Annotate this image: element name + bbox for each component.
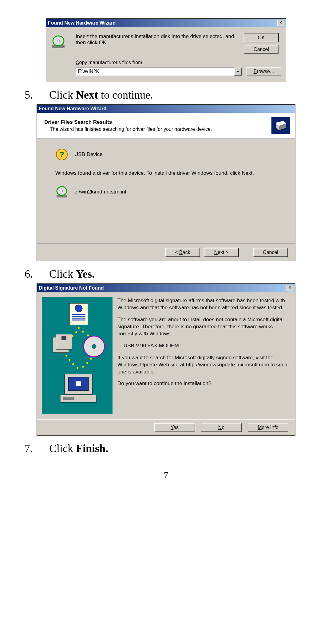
header-subtitle: The wizard has finished searching for dr… <box>50 127 271 132</box>
more-info-button[interactable]: More Info <box>248 423 288 432</box>
cancel-button[interactable]: Cancel <box>253 248 288 257</box>
path-input[interactable]: E:\WIN2K <box>76 68 234 76</box>
dialog-title: Found New Hardware Wizard <box>48 20 116 26</box>
dialog-insert-disk: Found New Hardware Wizard × Insert the m… <box>46 18 286 82</box>
sig-paragraph-4: Do you want to continue the installation… <box>117 380 290 387</box>
dialog-title: Found New Hardware Wizard <box>39 106 106 111</box>
titlebar: Found New Hardware Wizard <box>37 105 295 113</box>
svg-rect-43 <box>63 397 74 400</box>
svg-point-20 <box>75 331 77 333</box>
header-title: Driver Files Search Results <box>44 119 271 125</box>
svg-point-23 <box>82 331 84 333</box>
svg-point-36 <box>90 358 92 360</box>
chevron-down-icon[interactable]: ▼ <box>234 68 242 76</box>
close-icon[interactable]: × <box>277 20 284 26</box>
titlebar: Digital Signature Not Found × <box>37 284 295 292</box>
wizard-header-icon <box>271 117 290 134</box>
browse-button[interactable]: Browse... <box>247 67 281 76</box>
svg-point-34 <box>72 363 74 365</box>
svg-point-37 <box>86 362 88 364</box>
svg-point-35 <box>77 367 78 369</box>
usb-device-label: USB Device <box>74 151 103 158</box>
svg-point-24 <box>87 334 89 336</box>
titlebar: Found New Hardware Wizard × <box>46 19 286 27</box>
sig-paragraph-2: The software you are about to install do… <box>117 316 290 338</box>
svg-point-32 <box>65 355 67 357</box>
no-button[interactable]: No <box>201 423 242 432</box>
dialog-search-results: Found New Hardware Wizard Driver Files S… <box>37 104 295 261</box>
svg-point-38 <box>82 366 84 368</box>
svg-text:?: ? <box>59 150 64 159</box>
sig-paragraph-1: The Microsoft digital signature affirms … <box>117 297 290 311</box>
copy-from-label: Copy manufacturer's files from: <box>76 60 281 65</box>
path-dropdown[interactable]: E:\WIN2K ▼ <box>76 68 242 76</box>
yes-button[interactable]: Yes <box>154 423 195 432</box>
page-number: - 7 - <box>25 470 307 480</box>
svg-point-19 <box>78 327 80 329</box>
step-6-text: 6. Click Yes. <box>25 267 307 280</box>
svg-rect-41 <box>76 381 81 386</box>
svg-point-3 <box>57 40 60 42</box>
svg-point-12 <box>61 190 63 192</box>
inf-path-label: e:\win2k\mdmntstm.inf <box>74 189 126 195</box>
back-button[interactable]: < Back <box>165 248 200 257</box>
cancel-button[interactable]: Cancel <box>244 45 279 54</box>
ok-button[interactable]: OK <box>244 33 279 42</box>
svg-rect-28 <box>61 336 66 340</box>
dialog-title: Digital Signature Not Found <box>39 285 104 291</box>
svg-point-31 <box>92 344 96 349</box>
next-button[interactable]: Next > <box>204 248 239 257</box>
wizard-header: Driver Files Search Results The wizard h… <box>37 113 295 139</box>
question-icon: ? <box>55 148 68 161</box>
step-7-text: 7. Click Finish. <box>25 442 307 455</box>
found-driver-text: Windows found a driver for this device. … <box>55 170 286 176</box>
dialog-digital-signature: Digital Signature Not Found × <box>37 283 295 436</box>
close-icon[interactable]: × <box>287 285 293 291</box>
instruction-text: Insert the manufacturer's installation d… <box>76 33 234 45</box>
cd-drive-icon <box>51 35 66 49</box>
cd-drive-icon <box>55 185 68 198</box>
step-5-text: 5. Click Next to continue. <box>25 88 307 101</box>
svg-point-33 <box>69 359 70 361</box>
signature-graphic-icon <box>42 297 113 414</box>
svg-point-14 <box>75 305 82 312</box>
device-name: USB V.90 FAX MODEM <box>124 342 290 349</box>
sig-paragraph-3: If you want to search for Microsoft digi… <box>117 354 290 376</box>
